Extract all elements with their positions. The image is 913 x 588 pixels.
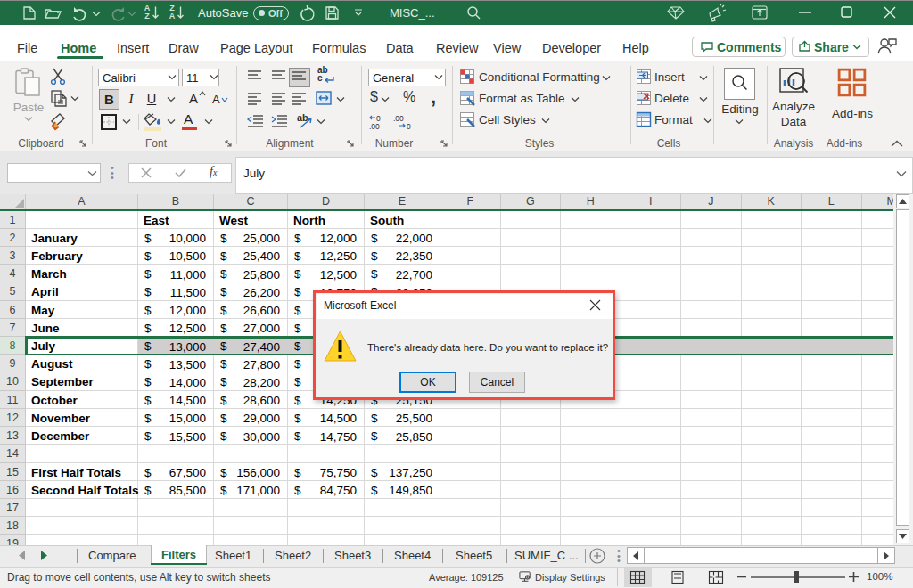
svg-text:.00: .00 <box>369 122 380 131</box>
svg-text:0: 0 <box>407 122 411 131</box>
svg-text:.00: .00 <box>393 114 404 123</box>
